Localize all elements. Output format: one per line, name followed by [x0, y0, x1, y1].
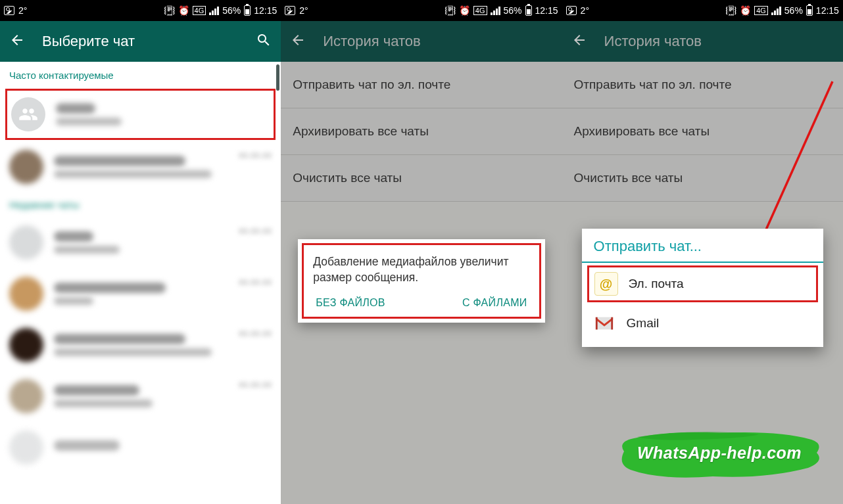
page-title: История чатов: [604, 33, 702, 50]
status-bar: 2° 4G 56% 12:15: [0, 0, 281, 21]
group-avatar-icon: [11, 97, 45, 131]
status-bar: 2° 4G 56% 12:15: [562, 0, 843, 21]
vibrate-icon: [725, 5, 736, 16]
share-option-label: Gmail: [627, 316, 660, 331]
share-sheet: Отправить чат... @ Эл. почта Gmail: [582, 229, 823, 347]
image-icon: [566, 6, 577, 15]
option-archive-all: Архивировать все чаты: [562, 108, 843, 155]
section-recent-label: Недавние чаты: [0, 193, 281, 217]
with-files-button[interactable]: С ФАЙЛАМИ: [462, 297, 527, 309]
back-arrow-icon: [290, 32, 306, 51]
vibrate-icon: [445, 5, 456, 16]
page-title: Выберите чат: [42, 33, 135, 50]
share-option-gmail[interactable]: Gmail: [582, 305, 823, 342]
battery-percent: 56%: [222, 5, 241, 16]
alarm-icon: [740, 5, 751, 16]
gmail-app-icon: [592, 311, 616, 335]
battery-icon: [806, 5, 813, 16]
option-clear-all: Очистить все чаты: [281, 155, 562, 202]
signal-icon: [209, 6, 219, 15]
network-badge: 4G: [193, 6, 206, 15]
share-sheet-title: Отправить чат...: [582, 229, 823, 263]
option-email-chat: Отправить чат по эл. почте: [562, 62, 843, 108]
battery-icon: [525, 5, 532, 16]
contact-row[interactable]: 00.00.00: [0, 268, 281, 319]
option-archive-all: Архивировать все чаты: [281, 108, 562, 155]
search-icon[interactable]: [256, 32, 272, 51]
network-badge: 4G: [473, 6, 487, 15]
back-arrow-icon[interactable]: [9, 32, 25, 51]
network-badge: 4G: [754, 6, 768, 15]
option-clear-all: Очистить все чаты: [562, 155, 843, 202]
status-time: 12:15: [254, 5, 277, 16]
signal-icon: [491, 6, 500, 15]
image-icon: [285, 6, 295, 15]
contact-row[interactable]: 00.00.00: [0, 217, 281, 268]
battery-percent: 56%: [504, 5, 522, 16]
status-temperature: 2°: [18, 5, 27, 16]
media-dialog: Добавление медиафайлов увеличит размер с…: [298, 239, 544, 323]
screen-chat-history-dialog: 2° 4G 56% 12:15 История чатов Отправить …: [281, 0, 562, 504]
page-title: История чатов: [323, 33, 420, 50]
status-temperature: 2°: [581, 5, 589, 16]
screen-share-chooser: 2° 4G 56% 12:15 История чатов Отправить …: [562, 0, 843, 504]
contact-row[interactable]: [0, 422, 281, 473]
option-email-chat: Отправить чат по эл. почте: [281, 62, 562, 108]
without-files-button[interactable]: БЕЗ ФАЙЛОВ: [316, 297, 385, 309]
image-icon: [4, 6, 14, 15]
share-option-label: Эл. почта: [629, 277, 684, 291]
contact-row[interactable]: 00.00.00: [0, 141, 281, 193]
contact-row[interactable]: 00.00.00: [0, 319, 281, 371]
alarm-icon: [459, 5, 470, 16]
contact-row-highlighted[interactable]: [5, 89, 276, 140]
battery-icon: [244, 5, 251, 16]
share-option-email[interactable]: @ Эл. почта: [587, 265, 818, 302]
signal-icon: [771, 6, 781, 15]
email-app-icon: @: [594, 272, 618, 296]
app-bar: История чатов: [562, 21, 843, 62]
alarm-icon: [178, 5, 189, 16]
battery-percent: 56%: [784, 5, 803, 16]
app-bar: Выберите чат: [0, 21, 281, 62]
screen-select-chat: 2° 4G 56% 12:15 Выберите чат Часто конта…: [0, 0, 281, 504]
status-bar: 2° 4G 56% 12:15: [281, 0, 562, 21]
dialog-message: Добавление медиафайлов увеличит размер с…: [313, 254, 529, 285]
app-bar: История чатов: [281, 21, 562, 62]
status-time: 12:15: [535, 5, 558, 16]
status-time: 12:15: [816, 5, 839, 16]
vibrate-icon: [164, 5, 175, 16]
scrollbar-thumb[interactable]: [276, 64, 279, 91]
back-arrow-icon: [571, 32, 587, 51]
status-temperature: 2°: [299, 5, 308, 16]
section-frequent-label: Часто контактируемые: [0, 62, 281, 87]
contact-row[interactable]: 00.00.00: [0, 371, 281, 422]
